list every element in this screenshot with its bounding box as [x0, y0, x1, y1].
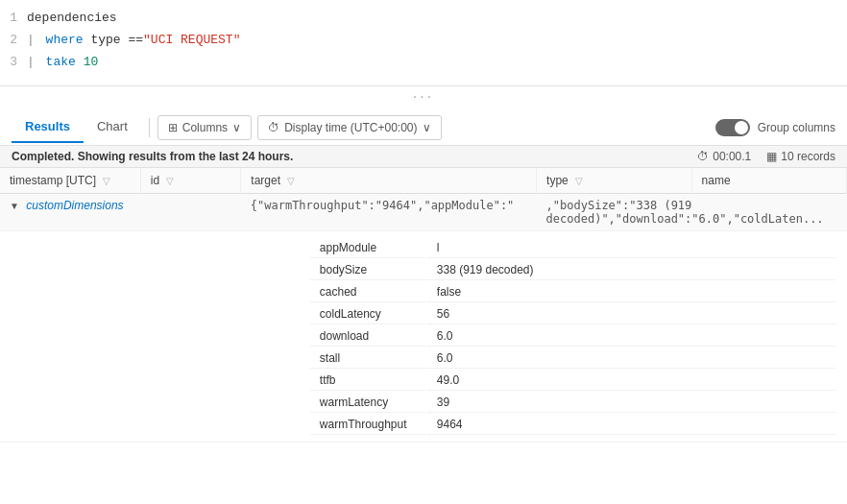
sub-key: appModule: [310, 238, 425, 258]
sub-row-appModule: appModulelbodySize338 (919 decoded)cache…: [0, 231, 847, 443]
filter-icon-id[interactable]: ▽: [166, 176, 174, 186]
table-icon: ▦: [766, 150, 777, 163]
toolbar-divider: [149, 118, 150, 137]
code-editor[interactable]: 1 dependencies 2 | where type == "UCI RE…: [0, 0, 847, 86]
sub-val: 39: [427, 393, 835, 413]
group-columns-toggle: Group columns: [715, 119, 835, 136]
table-row-expanded: ▼ customDimensions {"warmThroughput":"94…: [0, 194, 847, 231]
sub-key: cached: [310, 282, 425, 302]
string-token: "UCI REQUEST": [143, 31, 240, 51]
group-columns-label: Group columns: [758, 121, 835, 134]
col-header-type[interactable]: type ▽: [537, 168, 691, 194]
expand-cell-value: {"warmThroughput":"9464","appModule":": [241, 194, 537, 231]
records-item: ▦ 10 records: [766, 150, 835, 163]
sub-key: warmLatency: [310, 393, 425, 413]
sub-table-row: warmThroughput9464: [310, 415, 835, 435]
sub-val: false: [427, 282, 835, 302]
sub-key: coldLatency: [310, 304, 425, 324]
sub-key: ttfb: [310, 371, 425, 391]
clock-icon-small: ⏱: [697, 150, 709, 163]
status-right: ⏱ 00:00.1 ▦ 10 records: [697, 150, 835, 163]
group-columns-switch[interactable]: [715, 119, 750, 136]
keyword-token-where: where: [46, 31, 84, 51]
sub-table-row: download6.0: [310, 326, 835, 347]
sub-content: appModulelbodySize338 (919 decoded)cache…: [241, 231, 847, 443]
tab-chart[interactable]: Chart: [84, 111, 141, 143]
sub-table: appModulelbodySize338 (919 decoded)cache…: [308, 236, 837, 437]
col-header-target-label: target: [251, 174, 280, 187]
sub-val: 338 (919 decoded): [427, 260, 835, 280]
expand-cell-overflow: ,"bodySize":"338 (919 decoded)","downloa…: [537, 194, 847, 231]
display-time-label: Display time (UTC+00:00): [284, 121, 417, 134]
results-table: timestamp [UTC] ▽ id ▽ target ▽ type ▽ n…: [0, 168, 847, 443]
display-time-button[interactable]: ⏱ Display time (UTC+00:00) ∨: [257, 115, 441, 140]
records-count: 10 records: [781, 150, 835, 163]
sub-key: stall: [310, 348, 425, 369]
sub-table-row: bodySize338 (919 decoded): [310, 260, 835, 280]
sub-table-row: stall6.0: [310, 348, 835, 369]
custom-dim-label: customDimensions: [26, 199, 123, 212]
col-header-timestamp-label: timestamp [UTC]: [10, 174, 96, 187]
line-number-2: 2: [0, 31, 27, 51]
ellipsis-separator: ···: [0, 86, 847, 109]
status-message: Completed. Showing results from the last…: [12, 150, 293, 163]
col-header-type-label: type: [546, 174, 569, 187]
results-toolbar: Results Chart ⊞ Columns ∨ ⏱ Display time…: [0, 109, 847, 146]
sub-table-row: coldLatency56: [310, 304, 835, 324]
sub-key: warmThroughput: [310, 415, 425, 435]
sub-table-row: warmLatency39: [310, 393, 835, 413]
line-number-3: 3: [0, 53, 27, 73]
expand-cell-left: ▼ customDimensions: [0, 194, 241, 231]
columns-label: Columns: [182, 121, 228, 134]
sub-table-row: ttfb49.0: [310, 371, 835, 391]
sub-key: bodySize: [310, 260, 425, 280]
duration-value: 00:00.1: [713, 150, 751, 163]
code-line-3: 3 | take 10: [0, 52, 847, 74]
col-header-target[interactable]: target ▽: [241, 168, 537, 194]
results-table-container[interactable]: timestamp [UTC] ▽ id ▽ target ▽ type ▽ n…: [0, 168, 847, 443]
pipe-token: |: [27, 53, 42, 73]
col-header-timestamp[interactable]: timestamp [UTC] ▽: [0, 168, 140, 194]
filter-icon-timestamp[interactable]: ▽: [103, 176, 110, 186]
sub-table-row: cachedfalse: [310, 282, 835, 302]
col-header-id[interactable]: id ▽: [140, 168, 241, 194]
code-token: dependencies: [27, 9, 117, 29]
sub-val: 6.0: [427, 326, 835, 347]
sub-val: 6.0: [427, 348, 835, 369]
sub-val: 56: [427, 304, 835, 324]
chevron-down-icon-2: ∨: [423, 121, 431, 134]
columns-button[interactable]: ⊞ Columns ∨: [157, 115, 252, 140]
sub-val: 9464: [427, 415, 835, 435]
code-line-2: 2 | where type == "UCI REQUEST": [0, 30, 847, 52]
code-line-1: 1 dependencies: [0, 8, 847, 30]
tab-results[interactable]: Results: [12, 111, 84, 143]
col-header-id-label: id: [151, 174, 159, 187]
pipe-token: |: [27, 31, 42, 51]
col-header-name[interactable]: name: [691, 168, 846, 194]
sub-key: download: [310, 326, 425, 347]
custom-dim-preview: {"warmThroughput":"9464","appModule":": [251, 199, 515, 212]
sub-val: l: [427, 238, 835, 258]
clock-icon: ⏱: [268, 121, 279, 134]
duration-item: ⏱ 00:00.1: [697, 150, 751, 163]
line-number-1: 1: [0, 9, 27, 29]
expand-icon[interactable]: ▼: [10, 201, 19, 211]
filter-icon-target[interactable]: ▽: [287, 176, 295, 186]
sub-indent: [0, 231, 241, 443]
col-header-name-label: name: [702, 174, 731, 187]
sub-table-row: appModulel: [310, 238, 835, 258]
table-header-row: timestamp [UTC] ▽ id ▽ target ▽ type ▽ n…: [0, 168, 847, 194]
status-bar: Completed. Showing results from the last…: [0, 146, 847, 168]
code-token: type ==: [84, 31, 143, 51]
filter-icon-type[interactable]: ▽: [575, 176, 583, 186]
number-token: 10: [76, 53, 98, 73]
custom-dim-overflow-text: ,"bodySize":"338 (919 decoded)","downloa…: [546, 199, 824, 226]
columns-icon: ⊞: [168, 121, 178, 134]
sub-val: 49.0: [427, 371, 835, 391]
chevron-down-icon: ∨: [232, 121, 241, 134]
keyword-token-take: take: [46, 53, 76, 73]
